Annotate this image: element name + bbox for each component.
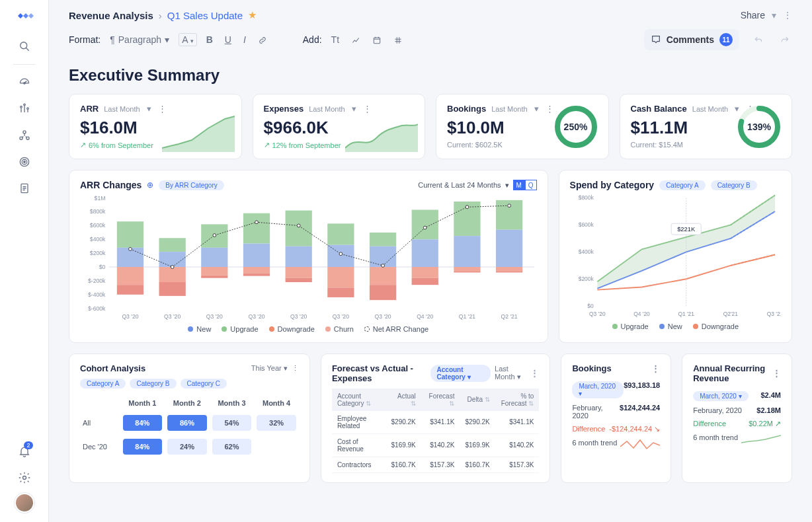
svg-text:$800k: $800k [578,194,594,201]
more-icon[interactable]: ⋮ [530,368,539,378]
filter-pill[interactable]: Category C [181,379,227,389]
underline-button[interactable]: U [222,33,234,46]
add-chart-button[interactable] [348,33,363,46]
target-icon[interactable] [13,151,36,173]
more-icon[interactable]: ⋮ [363,104,372,114]
svg-text:Q3 '20: Q3 '20 [122,313,138,320]
kpi-period[interactable]: Last Month [309,105,345,113]
svg-rect-39 [201,248,227,267]
cohort-table: Month 1Month 2Month 3Month 4All84%86%54%… [80,395,299,459]
chevron-down-icon[interactable]: ▾ [147,104,151,114]
chevron-down-icon[interactable]: ▾ [352,104,356,114]
stat-value: $2.18M [756,406,781,414]
stat-value: $93,183.18 [624,381,660,398]
toggle-month[interactable]: M [513,180,525,190]
month-pill[interactable]: March, 2020 ▾ [572,381,624,398]
more-icon[interactable]: ⋮ [772,368,781,378]
app-logo[interactable] [15,9,34,24]
svg-rect-40 [201,267,227,276]
svg-text:Q3 '20: Q3 '20 [374,313,391,320]
arr-mini-panel: Annual Recurring Revenue⋮ March, 2020 ▾$… [682,354,792,483]
model-icon[interactable] [13,124,36,147]
svg-text:Q3 '20: Q3 '20 [290,313,307,320]
svg-text:Q3 '20: Q3 '20 [164,313,181,320]
notifications-icon[interactable]: 2 [13,440,36,463]
dashboard-icon[interactable] [13,71,36,94]
star-icon[interactable]: ★ [248,9,257,21]
kpi-period[interactable]: Last Month [692,105,728,113]
kpi-period[interactable]: Last Month [104,105,140,113]
redo-icon[interactable] [778,33,792,46]
filter-pill[interactable]: By ARR Category [159,180,223,190]
svg-rect-51 [286,278,312,282]
metrics-icon[interactable] [13,98,36,120]
svg-text:$221K: $221K [677,225,696,233]
settings-icon[interactable] [13,466,36,489]
svg-text:$1M: $1M [95,195,106,202]
undo-icon[interactable] [751,33,766,46]
legend-churn: Churn [334,325,354,333]
progress-ring: 139% [736,104,782,150]
legend-downgrade: Downgrade [702,322,739,330]
kpi-bookings: Bookings Last Month ▾ ⋮ $10.0M Current: … [436,94,609,159]
more-icon[interactable]: ⋮ [783,10,792,20]
search-icon[interactable] [13,35,36,57]
filter-pill[interactable]: Category A [659,180,705,190]
panel-title: Forecast vs Actual - Expenses [332,363,426,383]
more-icon[interactable]: ⋮ [158,104,167,114]
legend-new: New [196,325,211,333]
range-dropdown[interactable]: This Year ▾ ⋮ [251,364,299,373]
share-button[interactable]: Share [741,10,765,20]
svg-rect-54 [327,245,354,267]
add-icon[interactable]: ⊕ [147,180,153,190]
trend-up-icon: ↗ [80,141,86,149]
more-icon[interactable]: ⋮ [651,363,660,373]
chevron-down-icon: ▾ [165,34,169,45]
svg-text:Q1 '21: Q1 '21 [459,313,475,320]
svg-point-84 [382,264,385,268]
add-grid-button[interactable] [391,33,405,46]
comments-button[interactable]: Comments 11 [644,29,739,50]
fva-table: Account Category ⇅Actual ⇅Forecast ⇅Delt… [332,389,540,473]
month-pill[interactable]: March, 2020 ▾ [693,391,748,401]
toggle-quarter[interactable]: Q [525,180,537,190]
svg-rect-28 [117,221,143,248]
svg-text:Q3 '20: Q3 '20 [206,313,223,320]
kpi-period[interactable]: Last Month [491,105,527,113]
svg-text:Q2 '21: Q2 '21 [501,313,518,320]
svg-rect-13 [374,38,380,44]
chevron-down-icon[interactable]: ▾ [534,104,539,114]
chevron-down-icon[interactable]: ▾ [505,181,509,190]
sparkline [345,115,418,152]
add-date-button[interactable] [370,33,384,46]
chevron-down-icon[interactable]: ▾ [772,10,776,20]
stat-label: February, 2020 [572,404,620,420]
svg-point-10 [23,161,25,163]
notification-badge: 2 [24,441,32,449]
pilcrow-icon: ¶ [110,34,115,45]
user-avatar[interactable] [15,493,34,513]
text-color-button[interactable]: A ▾ [179,33,196,46]
paragraph-dropdown[interactable]: ¶ Paragraph ▾ [107,33,172,46]
breadcrumb-root[interactable]: Revenue Analysis [69,10,153,21]
link-button[interactable] [255,33,270,46]
period-dropdown[interactable]: Last Month ▾ [495,365,526,381]
filter-pill[interactable]: Category B [711,180,757,190]
forecast-panel: Forecast vs Actual - Expenses Account Ca… [321,354,551,483]
range-dropdown[interactable]: Current & Last 24 Months [418,181,501,189]
svg-rect-30 [117,267,143,285]
italic-button[interactable]: I [241,33,249,46]
svg-text:$600k: $600k [90,222,106,229]
panel-title: Cohort Analysis [80,363,145,373]
add-text-button[interactable]: Tt [329,33,342,46]
breadcrumb-leaf[interactable]: Q1 Sales Update [167,10,243,21]
document-icon[interactable] [13,177,36,200]
legend-net: Net ARR Change [373,325,428,333]
bold-button[interactable]: B [204,33,216,46]
legend-upgrade: Upgrade [230,325,258,333]
filter-pill[interactable]: Account Category ▾ [430,365,491,382]
filter-pill[interactable]: Category B [130,379,176,389]
arr-legend: New Upgrade Downgrade Churn Net ARR Chan… [80,325,537,333]
legend-new: New [668,322,682,330]
filter-pill[interactable]: Category A [80,379,126,389]
